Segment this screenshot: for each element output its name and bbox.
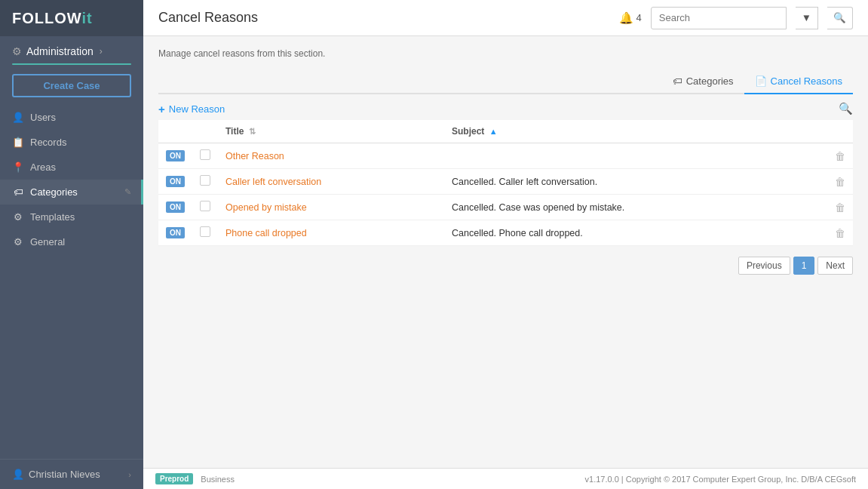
admin-label: Administration <box>26 45 94 57</box>
row-toggle: ON <box>158 169 192 195</box>
gear-icon: ⚙ <box>12 45 22 57</box>
on-badge[interactable]: ON <box>166 176 185 187</box>
user-arrow-icon: › <box>128 470 131 479</box>
sidebar: FOLLOWit ⚙ Administration › Create Case … <box>0 0 143 489</box>
templates-icon: ⚙ <box>12 211 24 223</box>
delete-icon[interactable]: 🗑 <box>835 176 845 188</box>
sort-icon: ⇅ <box>249 127 256 136</box>
sort-up-icon: ▲ <box>489 127 498 136</box>
create-case-button[interactable]: Create Case <box>12 74 131 97</box>
tab-cancel-reasons-label: Cancel Reasons <box>771 75 842 87</box>
table-row: ON Phone call dropped Cancelled. Phone c… <box>158 220 853 246</box>
subject-col-label: Subject <box>452 126 484 137</box>
doc-icon: 📄 <box>755 75 767 87</box>
manage-text: Manage cancel reasons from this section. <box>158 48 853 59</box>
row-toggle: ON <box>158 143 192 169</box>
general-icon: ⚙ <box>12 236 24 248</box>
search-icon: 🔍 <box>839 102 853 115</box>
row-checkbox[interactable] <box>192 220 218 246</box>
admin-section[interactable]: ⚙ Administration › <box>0 36 143 63</box>
filter-button[interactable]: ▼ <box>796 7 818 29</box>
title-link[interactable]: Opened by mistake <box>225 202 307 213</box>
row-action: 🗑 <box>827 220 853 246</box>
title-link[interactable]: Phone call dropped <box>225 228 307 238</box>
admin-underline <box>12 63 131 65</box>
row-toggle: ON <box>158 195 192 220</box>
search-icon: 🔍 <box>833 12 846 23</box>
page-title: Cancel Reasons <box>158 10 610 26</box>
nav-arrow-icon: ✎ <box>124 187 131 197</box>
sidebar-nav: 👤 Users 📋 Records 📍 Areas 🏷 Categories ✎… <box>0 105 143 459</box>
row-checkbox[interactable] <box>192 169 218 195</box>
topbar: Cancel Reasons 🔔 4 ▼ 🔍 <box>143 0 868 36</box>
table-header-row: Title ⇅ Subject ▲ <box>158 120 853 143</box>
tabs-area: 🏷 Categories 📄 Cancel Reasons <box>158 69 853 94</box>
search-input[interactable] <box>651 7 787 29</box>
footer: Preprod Business v1.17.0.0 | Copyright ©… <box>143 468 868 489</box>
row-title: Other Reason <box>218 143 444 169</box>
new-reason-label: New Reason <box>169 103 225 115</box>
delete-icon[interactable]: 🗑 <box>835 201 845 214</box>
sidebar-item-templates[interactable]: ⚙ Templates <box>0 205 143 229</box>
next-page-button[interactable]: Next <box>817 257 853 275</box>
areas-icon: 📍 <box>12 161 24 173</box>
tag-icon: 🏷 <box>673 75 682 87</box>
on-badge[interactable]: ON <box>166 227 185 238</box>
categories-icon: 🏷 <box>12 186 24 198</box>
filter-icon: ▼ <box>802 12 811 23</box>
sidebar-item-users[interactable]: 👤 Users <box>0 105 143 130</box>
version-text: v1.17.0.0 | Copyright © 2017 Computer Ex… <box>585 475 856 484</box>
row-title: Caller left conversation <box>218 169 444 195</box>
tab-categories[interactable]: 🏷 Categories <box>662 69 744 93</box>
on-badge[interactable]: ON <box>166 150 185 161</box>
sidebar-item-label: Records <box>30 137 131 148</box>
tab-cancel-reasons[interactable]: 📄 Cancel Reasons <box>744 69 853 94</box>
user-footer[interactable]: 👤 Christian Nieves › <box>0 459 143 489</box>
checkbox[interactable] <box>200 149 210 160</box>
delete-icon[interactable]: 🗑 <box>835 227 845 239</box>
new-reason-button[interactable]: + New Reason <box>158 103 225 115</box>
checkbox[interactable] <box>200 226 210 237</box>
chevron-right-icon: › <box>100 46 103 57</box>
sidebar-item-label: Categories <box>30 186 118 198</box>
bell-icon: 🔔 <box>619 11 633 25</box>
sidebar-item-label: Templates <box>30 211 131 223</box>
checkbox[interactable] <box>200 175 210 186</box>
col-check <box>192 120 218 143</box>
notification-area[interactable]: 🔔 4 <box>619 11 642 25</box>
table-search-button[interactable]: 🔍 <box>839 102 853 115</box>
search-button[interactable]: 🔍 <box>827 7 853 29</box>
table-body: ON Other Reason 🗑 ON Caller left convers… <box>158 143 853 246</box>
checkbox[interactable] <box>200 201 210 211</box>
title-link[interactable]: Other Reason <box>225 151 284 161</box>
row-checkbox[interactable] <box>192 143 218 169</box>
row-action: 🗑 <box>827 143 853 169</box>
sidebar-item-categories[interactable]: 🏷 Categories ✎ <box>0 180 143 205</box>
logo-text: FOLLOWit <box>12 10 93 27</box>
row-subject: Cancelled. Caller left conversation. <box>444 169 827 195</box>
col-title-header[interactable]: Title ⇅ <box>218 120 444 143</box>
delete-icon[interactable]: 🗑 <box>835 150 845 162</box>
sidebar-item-areas[interactable]: 📍 Areas <box>0 155 143 180</box>
on-badge[interactable]: ON <box>166 201 185 213</box>
title-link[interactable]: Caller left conversation <box>225 177 321 187</box>
sidebar-item-general[interactable]: ⚙ General <box>0 229 143 254</box>
title-col-label: Title <box>225 126 244 137</box>
sidebar-item-records[interactable]: 📋 Records <box>0 130 143 155</box>
content-area: Manage cancel reasons from this section.… <box>143 36 868 468</box>
users-icon: 👤 <box>12 112 24 123</box>
table-row: ON Opened by mistake Cancelled. Case was… <box>158 195 853 220</box>
col-toggle <box>158 120 192 143</box>
plus-icon: + <box>158 103 165 115</box>
pagination: Previous 1 Next <box>158 257 853 275</box>
page-1-button[interactable]: 1 <box>793 257 815 275</box>
row-title: Phone call dropped <box>218 220 444 246</box>
row-title: Opened by mistake <box>218 195 444 220</box>
col-subject-header[interactable]: Subject ▲ <box>444 120 827 143</box>
main-content: Cancel Reasons 🔔 4 ▼ 🔍 Manage cancel rea… <box>143 0 868 489</box>
row-action: 🗑 <box>827 169 853 195</box>
table-row: ON Other Reason 🗑 <box>158 143 853 169</box>
records-icon: 📋 <box>12 137 24 148</box>
previous-page-button[interactable]: Previous <box>738 257 790 275</box>
row-checkbox[interactable] <box>192 195 218 220</box>
